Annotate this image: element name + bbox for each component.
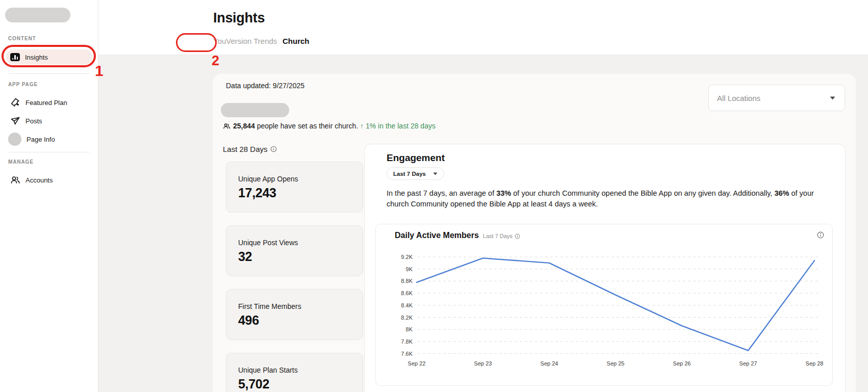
people-icon [223,122,231,130]
svg-text:7.6K: 7.6K [401,351,413,357]
stat-value: 5,702 [238,377,363,391]
sidebar-item-page-info[interactable]: Page Info [6,132,93,147]
svg-text:8.6K: 8.6K [401,290,413,296]
svg-text:Sep 25: Sep 25 [607,360,625,367]
stat-value: 32 [238,249,363,264]
tab-church[interactable]: Church [283,37,310,45]
svg-text:8.4K: 8.4K [401,302,413,308]
chevron-down-icon [433,172,438,175]
sidebar-section-app-page: APP PAGE [8,82,38,87]
svg-text:8K: 8K [406,326,413,332]
members-count: 25,844 [233,122,255,130]
sidebar-item-label: Featured Plan [25,99,67,107]
sidebar-item-featured-plan[interactable]: Featured Plan [6,95,93,110]
svg-text:9.2K: 9.2K [401,254,413,260]
svg-text:Sep 23: Sep 23 [474,360,492,367]
avatar-placeholder [8,133,21,146]
sidebar-item-label: Page Info [27,136,55,143]
svg-text:Sep 27: Sep 27 [739,360,757,367]
line-chart: 9.2K9K8.8K8.6K8.4K8.2K8K7.8K7.6KSep 22Se… [376,224,833,386]
paper-plane-icon [10,116,20,126]
stat-label: Unique Post Views [238,239,363,247]
tab-youversion-trends[interactable]: YouVersion Trends [213,37,277,45]
pushpin-icon [10,97,20,108]
app-root: CONTENT Insights APP PAGE Featured Plan … [0,0,868,392]
sidebar-item-accounts[interactable]: Accounts [6,172,93,188]
engagement-card: Engagement Last 7 Days In the past 7 day… [364,144,846,392]
people-icon [10,175,20,185]
annotation-digit-1: 1 [95,62,104,80]
location-filter-value: All Locations [717,94,760,102]
insights-icon [10,53,20,61]
chevron-down-icon [830,96,835,100]
daily-active-members-chart-card: Daily Active Members Last 7 Days 9.2K9K8… [375,224,833,386]
members-text: people have set as their church. [257,122,358,130]
engagement-period-value: Last 7 Days [393,171,426,177]
svg-text:9K: 9K [406,266,413,272]
stat-card-unique-plan-starts: Unique Plan Starts 5,702 [226,353,363,392]
stat-card-unique-app-opens: Unique App Opens 17,243 [226,162,363,213]
engagement-description: In the past 7 days, an average of 33% of… [387,188,824,210]
members-delta: ↑ 1% in the last 28 days [360,122,436,130]
location-filter-dropdown[interactable]: All Locations [708,85,845,111]
sidebar-section-manage: MANAGE [8,159,34,165]
sidebar-item-insights[interactable]: Insights [6,49,93,65]
sidebar-section-content: CONTENT [8,36,36,41]
page-header: Insights YouVersion Trends Church [98,0,868,55]
engagement-period-dropdown[interactable]: Last 7 Days [387,167,444,180]
stat-value: 496 [238,313,363,328]
logo-placeholder [5,8,70,22]
stat-card-first-time-members: First Time Members 496 [226,289,363,340]
sidebar-item-label: Insights [25,54,48,61]
svg-text:Sep 24: Sep 24 [541,360,558,367]
sidebar-item-label: Posts [25,117,42,125]
stat-value: 17,243 [238,186,363,200]
period-label: Last 28 Days [223,145,277,153]
stat-card-unique-post-views: Unique Post Views 32 [226,225,363,276]
info-icon[interactable] [270,146,277,152]
sidebar-divider [8,73,90,74]
stat-label: Unique Plan Starts [238,366,363,374]
svg-text:Sep 22: Sep 22 [408,360,426,367]
svg-text:Sep 26: Sep 26 [673,360,691,367]
sidebar-item-label: Accounts [25,176,53,184]
sidebar: CONTENT Insights APP PAGE Featured Plan … [0,0,98,392]
church-name-placeholder [221,103,289,117]
page-title: Insights [213,10,265,26]
svg-text:8.2K: 8.2K [401,315,413,321]
engagement-title: Engagement [387,152,445,164]
annotation-digit-2: 2 [212,53,219,69]
data-updated-label: Data updated: 9/27/2025 [226,82,304,90]
members-summary: 25,844 people have set as their church. … [223,122,436,130]
sidebar-divider [8,152,90,152]
svg-text:7.8K: 7.8K [401,338,413,345]
svg-text:8.8K: 8.8K [401,278,413,284]
stat-label: Unique App Opens [238,175,363,183]
svg-text:Sep 28: Sep 28 [806,360,824,367]
stat-label: First Time Members [238,302,363,310]
sidebar-item-posts[interactable]: Posts [6,113,93,128]
